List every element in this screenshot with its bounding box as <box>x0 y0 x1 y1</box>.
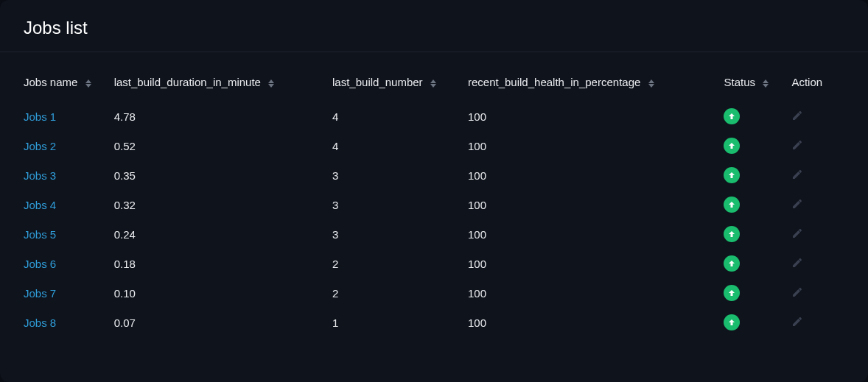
cell-duration: 0.32 <box>114 190 332 219</box>
status-up-icon <box>724 285 740 301</box>
cell-build-number: 2 <box>332 278 468 308</box>
status-up-icon <box>724 108 740 124</box>
sort-icon[interactable] <box>763 79 769 88</box>
job-link[interactable]: Jobs 6 <box>24 258 56 270</box>
cell-status <box>724 131 791 160</box>
cell-action <box>791 131 844 160</box>
cell-duration: 0.52 <box>114 131 332 160</box>
table-row: Jobs 30.353100 <box>24 160 844 190</box>
col-header-build[interactable]: last_build_number <box>332 70 468 102</box>
cell-duration: 0.07 <box>114 308 332 337</box>
cell-duration: 0.35 <box>114 160 332 190</box>
cell-health: 100 <box>468 249 724 278</box>
cell-action <box>791 160 844 190</box>
status-up-icon <box>724 197 740 213</box>
job-link[interactable]: Jobs 8 <box>24 316 56 329</box>
col-header-build-label: last_build_number <box>332 76 423 88</box>
cell-build-number: 1 <box>332 308 468 337</box>
table-header-row: Jobs name last_build_duration_in_minute <box>24 70 844 102</box>
job-link[interactable]: Jobs 3 <box>24 169 56 182</box>
cell-build-number: 3 <box>332 160 468 190</box>
table-row: Jobs 50.243100 <box>24 219 844 249</box>
job-link[interactable]: Jobs 4 <box>24 199 56 211</box>
col-header-status-label: Status <box>724 76 755 88</box>
col-header-action-label: Action <box>791 76 822 88</box>
status-up-icon <box>724 167 740 183</box>
cell-health: 100 <box>468 190 724 219</box>
col-header-health-label: recent_build_health_in_percentage <box>468 76 640 88</box>
job-link[interactable]: Jobs 2 <box>24 140 56 152</box>
cell-status <box>724 190 791 219</box>
edit-icon[interactable] <box>791 316 803 328</box>
cell-action <box>791 219 844 249</box>
edit-icon[interactable] <box>791 139 803 151</box>
cell-action <box>791 190 844 219</box>
cell-build-number: 3 <box>332 190 468 219</box>
cell-action <box>791 278 844 308</box>
col-header-duration-label: last_build_duration_in_minute <box>114 76 261 88</box>
cell-health: 100 <box>468 160 724 190</box>
table-row: Jobs 70.102100 <box>24 278 844 308</box>
table-row: Jobs 60.182100 <box>24 249 844 278</box>
cell-status <box>724 249 791 278</box>
status-up-icon <box>724 226 740 242</box>
cell-health: 100 <box>468 308 724 337</box>
cell-build-number: 4 <box>332 102 468 131</box>
cell-build-number: 3 <box>332 219 468 249</box>
job-link[interactable]: Jobs 5 <box>24 228 56 241</box>
table-row: Jobs 20.524100 <box>24 131 844 160</box>
cell-status <box>724 219 791 249</box>
table-wrapper: Jobs name last_build_duration_in_minute <box>0 52 868 355</box>
cell-duration: 0.18 <box>114 249 332 278</box>
cell-status <box>724 278 791 308</box>
cell-status <box>724 308 791 337</box>
cell-duration: 0.10 <box>114 278 332 308</box>
col-header-action: Action <box>791 70 844 102</box>
col-header-name[interactable]: Jobs name <box>24 70 114 102</box>
col-header-duration[interactable]: last_build_duration_in_minute <box>114 70 332 102</box>
cell-health: 100 <box>468 219 724 249</box>
sort-icon[interactable] <box>430 79 436 88</box>
jobs-panel: Jobs list Jobs name <box>0 0 868 382</box>
edit-icon[interactable] <box>791 198 803 210</box>
col-header-health[interactable]: recent_build_health_in_percentage <box>468 70 724 102</box>
cell-build-number: 2 <box>332 249 468 278</box>
cell-action <box>791 249 844 278</box>
edit-icon[interactable] <box>791 286 803 298</box>
cell-build-number: 4 <box>332 131 468 160</box>
sort-icon[interactable] <box>85 79 91 88</box>
edit-icon[interactable] <box>791 227 803 239</box>
edit-icon[interactable] <box>791 169 803 180</box>
sort-icon[interactable] <box>648 79 654 88</box>
jobs-table: Jobs name last_build_duration_in_minute <box>24 70 844 337</box>
col-header-name-label: Jobs name <box>24 76 77 88</box>
edit-icon[interactable] <box>791 257 803 269</box>
status-up-icon <box>724 255 740 272</box>
sort-icon[interactable] <box>268 79 274 88</box>
cell-status <box>724 102 791 131</box>
cell-duration: 4.78 <box>114 102 332 131</box>
col-header-status[interactable]: Status <box>724 70 791 102</box>
status-up-icon <box>724 138 740 154</box>
panel-title: Jobs list <box>0 0 868 52</box>
edit-icon[interactable] <box>791 110 803 121</box>
cell-health: 100 <box>468 102 724 131</box>
cell-health: 100 <box>468 131 724 160</box>
job-link[interactable]: Jobs 7 <box>24 287 56 300</box>
job-link[interactable]: Jobs 1 <box>24 110 56 123</box>
cell-health: 100 <box>468 278 724 308</box>
cell-status <box>724 160 791 190</box>
cell-action <box>791 102 844 131</box>
cell-action <box>791 308 844 337</box>
status-up-icon <box>724 314 740 330</box>
table-row: Jobs 80.071100 <box>24 308 844 337</box>
table-row: Jobs 40.323100 <box>24 190 844 219</box>
table-row: Jobs 14.784100 <box>24 102 844 131</box>
cell-duration: 0.24 <box>114 219 332 249</box>
